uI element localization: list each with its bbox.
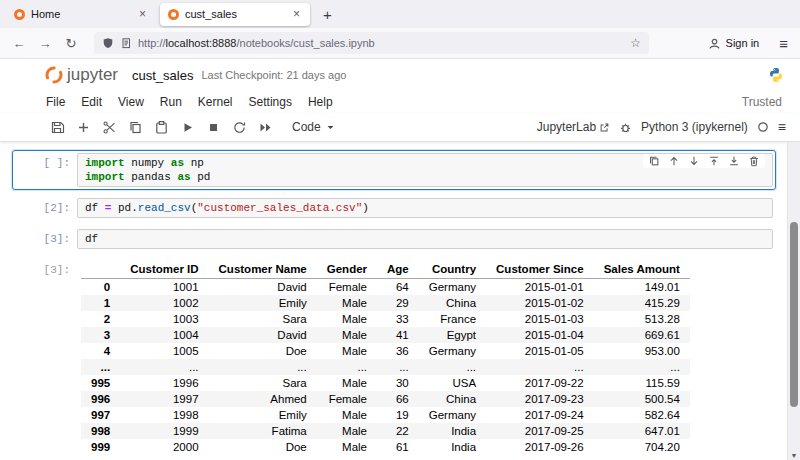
menu-run[interactable]: Run — [160, 95, 182, 109]
menu-help[interactable]: Help — [308, 95, 333, 109]
back-button[interactable]: ← — [8, 36, 30, 51]
table-cell: 1001 — [120, 279, 208, 296]
row-index: ... — [81, 359, 120, 375]
new-tab-button[interactable]: + — [314, 6, 341, 23]
browser-tab-strip: Home × cust_sales × + — [0, 0, 800, 28]
toolbar-right-cluster: JupyterLab Python 3 (ipykernel) ≡ — [537, 119, 786, 135]
table-cell: ... — [377, 359, 419, 375]
tab-title: Home — [31, 8, 131, 20]
table-cell: Fatima — [209, 423, 317, 439]
jupyter-favicon-icon — [168, 9, 179, 20]
table-cell: China — [419, 391, 486, 407]
menu-view[interactable]: View — [118, 95, 144, 109]
table-row: 11002EmilyMale29China2015-01-02415.29 — [81, 295, 690, 311]
move-cell-up-icon[interactable] — [668, 155, 680, 167]
run-cell-button[interactable] — [176, 116, 199, 139]
row-index: 0 — [81, 279, 120, 296]
column-header: Gender — [317, 260, 377, 279]
browser-window: Home × cust_sales × + ← → ↻ http://local… — [0, 0, 800, 460]
table-cell: 2017-09-24 — [486, 407, 594, 423]
cut-cells-button[interactable] — [98, 116, 121, 139]
shield-icon[interactable] — [102, 37, 114, 49]
scrollbar-thumb[interactable] — [790, 222, 798, 407]
site-info-icon[interactable] — [120, 37, 132, 49]
table-row: 9992000DoeMale61India2017-09-26704.20 — [81, 439, 690, 455]
table-cell: 704.20 — [594, 439, 690, 455]
table-cell: 1999 — [120, 423, 208, 439]
trusted-status[interactable]: Trusted — [742, 95, 782, 109]
cell-type-dropdown[interactable]: Code — [292, 120, 335, 134]
column-header: Sales Amount — [594, 260, 690, 279]
menu-kernel[interactable]: Kernel — [198, 95, 233, 109]
output-prompt: [3]: — [15, 260, 77, 276]
table-cell: ... — [594, 359, 690, 375]
browser-menu-icon[interactable]: ≡ — [775, 35, 792, 52]
save-button[interactable] — [46, 116, 69, 139]
table-cell: 33 — [377, 311, 419, 327]
close-tab-icon[interactable]: × — [291, 7, 302, 21]
debugger-icon[interactable] — [619, 121, 632, 134]
delete-cell-icon[interactable] — [748, 155, 760, 167]
insert-cell-button[interactable] — [72, 116, 95, 139]
table-cell: Egypt — [419, 327, 486, 343]
jupyter-logo[interactable]: jupyter — [44, 65, 118, 85]
close-tab-icon[interactable]: × — [137, 7, 148, 21]
browser-tab-home[interactable]: Home × — [6, 3, 156, 26]
table-cell: China — [419, 295, 486, 311]
dataframe-table: Customer IDCustomer NameGenderAgeCountry… — [81, 260, 690, 455]
code-editor-3[interactable]: df — [77, 229, 773, 249]
menu-file[interactable]: File — [46, 95, 65, 109]
insert-cell-above-icon[interactable] — [708, 155, 720, 167]
notebook-title[interactable]: cust_sales — [132, 68, 193, 83]
input-prompt: [2]: — [15, 198, 77, 214]
bookmark-star-icon[interactable]: ☆ — [630, 36, 641, 50]
menu-settings[interactable]: Settings — [249, 95, 292, 109]
external-link-icon — [599, 122, 610, 133]
interrupt-kernel-button[interactable] — [202, 116, 225, 139]
open-in-jupyterlab-link[interactable]: JupyterLab — [537, 120, 610, 134]
table-cell: 500.54 — [594, 391, 690, 407]
code-editor-2[interactable]: df = pd.read_csv("customer_sales_data.cs… — [77, 198, 773, 218]
scroll-down-arrow-icon[interactable]: ▼ — [788, 452, 800, 459]
restart-run-all-button[interactable] — [254, 116, 277, 139]
forward-button[interactable]: → — [34, 36, 56, 51]
code-cell-3[interactable]: [3]: df — [12, 226, 776, 252]
reload-button[interactable]: ↻ — [60, 36, 82, 51]
table-cell: 2015-01-02 — [486, 295, 594, 311]
browser-tab-cust-sales[interactable]: cust_sales × — [160, 3, 310, 26]
table-row: ........................ — [81, 359, 690, 375]
output-cell[interactable]: [3]: Customer IDCustomer NameGenderAgeCo… — [12, 257, 776, 458]
column-header: Customer Name — [209, 260, 317, 279]
page-scrollbar[interactable]: ▼ — [787, 142, 800, 460]
table-cell: 149.01 — [594, 279, 690, 296]
code-cell-1[interactable]: [ ]: import numpy as npimport pandas as … — [12, 150, 776, 190]
row-index: 1 — [81, 295, 120, 311]
table-row: 41005DoeMale36Germany2015-01-05953.00 — [81, 343, 690, 359]
move-cell-down-icon[interactable] — [688, 155, 700, 167]
url-bar[interactable]: http://localhost:8888/notebooks/cust_sal… — [94, 32, 649, 54]
restart-kernel-button[interactable] — [228, 116, 251, 139]
row-index: 4 — [81, 343, 120, 359]
table-cell: 1002 — [120, 295, 208, 311]
navbar-right-cluster: Sign in ≡ — [702, 35, 792, 52]
duplicate-cell-icon[interactable] — [648, 155, 660, 167]
table-row: 31004DavidMale41Egypt2015-01-04669.61 — [81, 327, 690, 343]
table-cell: Emily — [209, 295, 317, 311]
table-cell: 1997 — [120, 391, 208, 407]
copy-cells-button[interactable] — [124, 116, 147, 139]
table-cell: 513.28 — [594, 311, 690, 327]
table-cell: Male — [317, 423, 377, 439]
table-cell: Male — [317, 311, 377, 327]
sign-in-button[interactable]: Sign in — [702, 35, 766, 52]
notebook-tools-menu-icon[interactable]: ≡ — [778, 119, 786, 135]
column-header: Customer ID — [120, 260, 208, 279]
dataframe-body: 01001DavidFemale64Germany2015-01-01149.0… — [81, 279, 690, 456]
table-cell: Male — [317, 295, 377, 311]
table-cell: 953.00 — [594, 343, 690, 359]
kernel-name[interactable]: Python 3 (ipykernel) — [641, 120, 748, 134]
table-cell: 2017-09-23 — [486, 391, 594, 407]
code-cell-2[interactable]: [2]: df = pd.read_csv("customer_sales_da… — [12, 195, 776, 221]
menu-edit[interactable]: Edit — [81, 95, 102, 109]
paste-cells-button[interactable] — [150, 116, 173, 139]
insert-cell-below-icon[interactable] — [728, 155, 740, 167]
